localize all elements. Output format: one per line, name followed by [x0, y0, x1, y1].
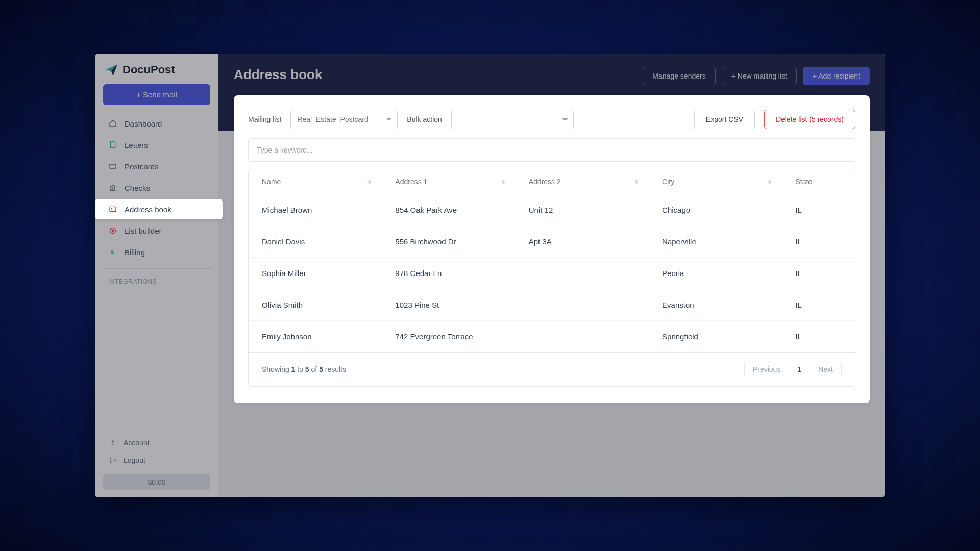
account-link[interactable]: Account — [101, 434, 212, 452]
cell-address2 — [516, 258, 649, 289]
sidebar-footer: Account Logout $0.00 — [101, 434, 212, 490]
address-card-icon — [108, 205, 117, 214]
brand-name: DocuPost — [122, 63, 175, 77]
brand: DocuPost — [101, 63, 212, 84]
sidebar-item-billing[interactable]: $ Billing — [101, 242, 212, 262]
sort-icon — [501, 180, 505, 184]
nav-label: Letters — [125, 141, 148, 149]
cell-name: Emily Johnson — [249, 321, 382, 353]
cell-address2: Unit 12 — [516, 194, 649, 226]
cell-address2: Apt 3A — [516, 226, 649, 258]
svg-point-7 — [112, 440, 114, 443]
col-label: City — [662, 178, 674, 186]
next-button[interactable]: Next — [810, 361, 841, 378]
account-label: Account — [124, 439, 150, 447]
nav-label: List builder — [125, 227, 162, 235]
cell-city: Chicago — [649, 194, 782, 226]
nav-label: Address book — [125, 205, 172, 214]
sidebar-item-dashboard[interactable]: Dashboard — [101, 113, 212, 134]
cell-city: Springfield — [649, 321, 782, 353]
nav-label: Billing — [125, 248, 145, 257]
add-recipient-button[interactable]: + Add recipient — [803, 67, 870, 85]
cell-address1: 742 Evergreen Terrace — [382, 321, 515, 353]
nav-label: Checks — [125, 184, 150, 192]
cell-address1: 556 Birchwood Dr — [382, 226, 515, 258]
table-row[interactable]: Olivia Smith1023 Pine StEvanstonIL — [249, 289, 855, 321]
cell-address2 — [516, 289, 649, 321]
sort-icon — [768, 180, 772, 184]
mailing-list-select[interactable]: Real_Estate_Postcard_ — [290, 110, 398, 129]
col-label: Name — [262, 178, 281, 186]
bank-icon — [108, 183, 117, 192]
chevron-right-icon: › — [160, 278, 162, 285]
paper-plane-icon — [104, 63, 118, 77]
sidebar-item-address-book[interactable]: Address book — [95, 199, 223, 219]
bulk-action-label: Bulk action — [407, 115, 442, 123]
send-mail-button[interactable]: + Send mail — [103, 84, 210, 105]
col-label: Address 1 — [395, 178, 427, 186]
cell-state: IL — [782, 226, 855, 258]
col-state[interactable]: State — [782, 169, 855, 194]
cell-state: IL — [782, 289, 855, 321]
sidebar-item-postcards[interactable]: Postcards — [101, 156, 212, 177]
pager: Previous 1 Next — [744, 361, 842, 378]
bulk-action-select[interactable] — [451, 110, 574, 129]
delete-list-button[interactable]: Delete list (5 records) — [764, 110, 855, 129]
sidebar-item-letters[interactable]: Letters — [101, 135, 212, 155]
table-wrap: Name Address 1 Address 2 City State Mich… — [248, 169, 855, 387]
sidebar-item-checks[interactable]: Checks — [101, 178, 212, 198]
cell-address1: 978 Cedar Ln — [382, 258, 515, 289]
dollar-icon: $ — [108, 247, 117, 257]
content-card: Mailing list Real_Estate_Postcard_ Bulk … — [234, 95, 870, 403]
cell-name: Sophia Miller — [249, 258, 382, 289]
table-row[interactable]: Michael Brown854 Oak Park AveUnit 12Chic… — [249, 194, 855, 226]
main: Address book Manage senders + New mailin… — [218, 54, 885, 497]
image-icon — [108, 162, 117, 171]
cell-city: Evanston — [649, 289, 782, 321]
cell-state: IL — [782, 258, 855, 289]
cell-address1: 1023 Pine St — [382, 289, 515, 321]
results-summary: Showing 1 to 5 of 5 results — [262, 365, 346, 373]
new-mailing-list-button[interactable]: + New mailing list — [722, 67, 797, 85]
cell-name: Daniel Davis — [249, 226, 382, 258]
cell-city: Naperville — [649, 226, 782, 258]
table-row[interactable]: Sophia Miller978 Cedar LnPeoriaIL — [249, 258, 855, 289]
svg-point-5 — [112, 230, 114, 232]
cell-address2 — [516, 321, 649, 353]
cell-city: Peoria — [649, 258, 782, 289]
search-input[interactable] — [248, 138, 855, 162]
col-label: State — [795, 178, 812, 186]
export-csv-button[interactable]: Export CSV — [694, 110, 755, 129]
target-icon — [108, 226, 117, 235]
col-city[interactable]: City — [649, 169, 782, 194]
top-actions: Manage senders + New mailing list + Add … — [643, 67, 870, 85]
table-row[interactable]: Emily Johnson742 Evergreen TerraceSpring… — [249, 321, 855, 353]
balance-pill[interactable]: $0.00 — [103, 474, 210, 490]
integrations-section[interactable]: INTEGRATIONS › — [101, 268, 212, 289]
table-footer: Showing 1 to 5 of 5 results Previous 1 N… — [249, 352, 855, 386]
nav-label: Postcards — [125, 162, 159, 171]
logout-icon — [108, 456, 117, 465]
manage-senders-button[interactable]: Manage senders — [643, 67, 715, 85]
svg-rect-0 — [110, 142, 115, 148]
sidebar-item-list-builder[interactable]: List builder — [101, 220, 212, 241]
previous-button[interactable]: Previous — [745, 361, 789, 378]
cell-name: Michael Brown — [249, 194, 382, 226]
svg-text:$: $ — [111, 249, 114, 255]
page-title: Address book — [234, 67, 322, 83]
cell-name: Olivia Smith — [249, 289, 382, 321]
cell-state: IL — [782, 321, 855, 353]
col-address1[interactable]: Address 1 — [382, 169, 515, 194]
page-1-button[interactable]: 1 — [789, 361, 810, 378]
sidebar: DocuPost + Send mail Dashboard Letters P… — [95, 54, 218, 497]
app-window: DocuPost + Send mail Dashboard Letters P… — [95, 54, 885, 497]
svg-point-3 — [111, 208, 113, 210]
file-icon — [108, 140, 117, 149]
col-name[interactable]: Name — [249, 169, 382, 194]
table-row[interactable]: Daniel Davis556 Birchwood DrApt 3ANaperv… — [249, 226, 855, 258]
mailing-list-label: Mailing list — [248, 115, 281, 123]
col-address2[interactable]: Address 2 — [516, 169, 649, 194]
svg-rect-2 — [110, 207, 116, 211]
logout-link[interactable]: Logout — [101, 452, 212, 469]
filter-row: Mailing list Real_Estate_Postcard_ Bulk … — [248, 110, 855, 129]
